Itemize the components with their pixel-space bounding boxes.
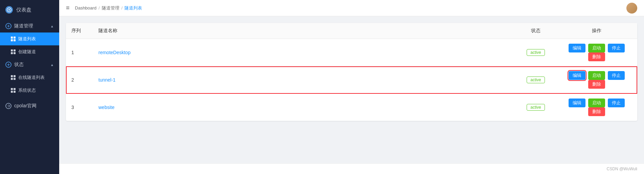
col-header-name: 隧道名称 — [93, 23, 515, 39]
content-area: 序列 隧道名称 状态 操作 1 remoteDesktop active — [59, 16, 644, 164]
row2-num: 2 — [66, 66, 93, 94]
footer: CSDN @WuWuli — [59, 164, 644, 174]
row3-edit-button[interactable]: 编辑 — [569, 99, 585, 107]
row3-delete-button[interactable]: 删除 — [588, 107, 605, 116]
sidebar-dashboard-item[interactable]: 仪表盘 — [0, 0, 59, 20]
sidebar: 仪表盘 + 隧道管理 ▲ 隧道列表 创建隧道 + 状态 ▲ — [0, 0, 59, 174]
tunnel-list-label: 隧道列表 — [18, 36, 36, 42]
row1-num: 1 — [66, 39, 93, 66]
page-header: ≡ Dashboard / 隧道管理 / 隧道列表 — [59, 0, 644, 16]
avatar[interactable] — [626, 3, 637, 14]
svg-point-1 — [8, 9, 10, 10]
breadcrumb-tunnel-mgmt[interactable]: 隧道管理 — [102, 5, 119, 11]
breadcrumb-sep-2: / — [121, 5, 123, 10]
table-row: 1 remoteDesktop active 编辑 启动 停止 删除 — [66, 39, 637, 66]
online-tunnels-icon — [11, 75, 16, 80]
sidebar-section-tunnel-mgmt[interactable]: + 隧道管理 ▲ — [0, 20, 59, 32]
sidebar-item-cpolar[interactable]: cpolar官网 — [0, 100, 59, 112]
table-row-highlighted: 2 tunnel-1 active 编辑 启动 停止 删除 — [66, 66, 637, 94]
row2-edit-button[interactable]: 编辑 — [569, 71, 585, 80]
row1-actions: 编辑 启动 停止 删除 — [556, 39, 637, 66]
row2-start-button[interactable]: 启动 — [588, 71, 605, 80]
breadcrumb: Dashboard / 隧道管理 / 隧道列表 — [75, 5, 142, 11]
tunnel-mgmt-label: 隧道管理 — [14, 23, 33, 29]
online-tunnels-label: 在线隧道列表 — [18, 74, 45, 81]
row1-edit-button[interactable]: 编辑 — [569, 44, 585, 52]
tunnel-mgmt-chevron: ▲ — [50, 24, 54, 28]
dashboard-label: 仪表盘 — [16, 7, 31, 13]
main-area: ≡ Dashboard / 隧道管理 / 隧道列表 序列 隧道名称 状态 — [59, 0, 644, 174]
row3-actions: 编辑 启动 停止 删除 — [556, 94, 637, 121]
system-status-label: 系统状态 — [18, 87, 36, 93]
row3-status-badge: active — [527, 104, 545, 111]
col-header-num: 序列 — [66, 23, 93, 39]
sidebar-item-create-tunnel[interactable]: 创建隧道 — [0, 45, 59, 58]
create-tunnel-label: 创建隧道 — [18, 49, 36, 55]
row2-stop-button[interactable]: 停止 — [608, 71, 625, 80]
header-left: ≡ Dashboard / 隧道管理 / 隧道列表 — [66, 4, 142, 12]
row1-stop-button[interactable]: 停止 — [608, 44, 625, 52]
create-tunnel-icon — [11, 49, 16, 54]
row2-delete-button[interactable]: 删除 — [588, 80, 605, 89]
row1-status-badge: active — [527, 49, 545, 56]
table-header-row: 序列 隧道名称 状态 操作 — [66, 23, 637, 39]
row3-num: 3 — [66, 94, 93, 121]
breadcrumb-sep-1: / — [98, 5, 100, 10]
sidebar-section-status[interactable]: + 状态 ▲ — [0, 58, 59, 71]
system-status-icon — [11, 88, 16, 93]
col-header-status: 状态 — [515, 23, 556, 39]
tunnel-list-icon — [11, 37, 16, 41]
dashboard-icon — [5, 6, 13, 14]
tunnel-table-card: 序列 隧道名称 状态 操作 1 remoteDesktop active — [66, 23, 637, 121]
row2-status-badge: active — [527, 77, 545, 83]
tunnel-table: 序列 隧道名称 状态 操作 1 remoteDesktop active — [66, 23, 637, 121]
sidebar-item-system-status[interactable]: 系统状态 — [0, 84, 59, 97]
col-header-action: 操作 — [556, 23, 637, 39]
cpolar-label: cpolar官网 — [14, 103, 37, 109]
status-chevron: ▲ — [50, 63, 54, 67]
row2-name: tunnel-1 — [93, 66, 515, 94]
footer-text: CSDN @WuWuli — [607, 167, 637, 171]
row2-status: active — [515, 66, 556, 94]
breadcrumb-dashboard[interactable]: Dashboard — [75, 5, 97, 10]
status-section-icon: + — [5, 62, 12, 68]
tunnel-mgmt-icon: + — [5, 23, 12, 29]
hamburger-icon[interactable]: ≡ — [66, 4, 70, 12]
row1-status: active — [515, 39, 556, 66]
row2-actions: 编辑 启动 停止 删除 — [556, 66, 637, 94]
row3-stop-button[interactable]: 停止 — [608, 99, 625, 107]
sidebar-item-online-tunnels[interactable]: 在线隧道列表 — [0, 71, 59, 84]
row3-status: active — [515, 94, 556, 121]
breadcrumb-current: 隧道列表 — [124, 5, 142, 11]
status-section-label: 状态 — [14, 62, 24, 68]
sidebar-item-tunnel-list[interactable]: 隧道列表 — [0, 32, 59, 45]
table-row: 3 website active 编辑 启动 停止 删除 — [66, 94, 637, 121]
cpolar-icon — [5, 103, 12, 109]
row3-name: website — [93, 94, 515, 121]
row1-name: remoteDesktop — [93, 39, 515, 66]
avatar-image — [626, 3, 637, 14]
row1-start-button[interactable]: 启动 — [588, 44, 605, 52]
row3-start-button[interactable]: 启动 — [588, 99, 605, 107]
row1-delete-button[interactable]: 删除 — [588, 52, 605, 61]
